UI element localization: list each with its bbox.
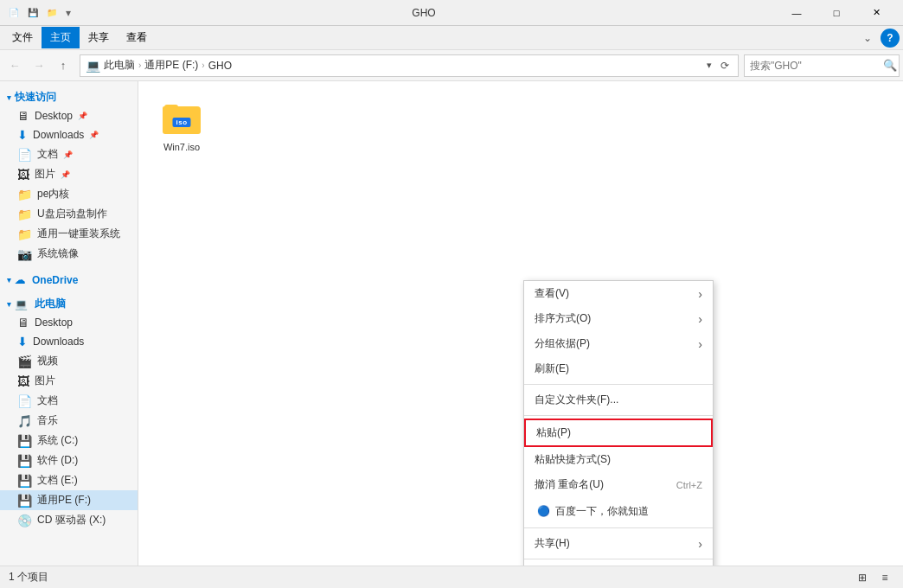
thispc-text: 此电脑 (35, 297, 66, 311)
ctx-sep-3 (524, 527, 713, 528)
drive-x-icon: 💿 (17, 514, 32, 527)
pin-icon-3: 📌 (63, 150, 73, 159)
menu-bar: 文件 主页 共享 查看 ⌄ ? (0, 26, 903, 50)
search-input[interactable] (750, 60, 880, 72)
undo-shortcut: Ctrl+Z (676, 480, 702, 490)
sidebar-item-music[interactable]: 🎵 音乐 (0, 411, 138, 431)
sidebar-item-downloads-pc[interactable]: ⬇ Downloads (0, 332, 138, 351)
ctx-refresh[interactable]: 刷新(E) (524, 356, 713, 381)
breadcrumb-drive[interactable]: 通用PE (F:) (144, 58, 198, 73)
thispc-arrow: ▾ (7, 300, 11, 309)
item-count: 1 个项目 (9, 570, 48, 585)
status-bar: 1 个项目 ⊞ ≡ (0, 566, 903, 588)
pin-icon-4: 📌 (61, 170, 70, 179)
ctx-sep-4 (524, 559, 713, 559)
breadcrumb-pc[interactable]: 此电脑 (104, 58, 135, 73)
ctx-undo-rename[interactable]: 撤消 重命名(U) Ctrl+Z (524, 472, 713, 497)
sidebar-item-pics-quick[interactable]: 🖼 图片 📌 (0, 164, 138, 184)
menu-view[interactable]: 查看 (118, 27, 156, 48)
address-dropdown[interactable]: ▾ (703, 60, 715, 72)
sidebar-quickaccess-label[interactable]: ▾ 快速访问 (0, 85, 138, 106)
ctx-sep-1 (524, 384, 713, 385)
content-area[interactable]: iso Win7.iso 查看(V) 排序方式(O) 分组依据(P) 刷新(E)… (138, 81, 903, 566)
sidebar-item-desktop-pc[interactable]: 🖥 Desktop (0, 313, 138, 332)
ctx-paste-shortcut[interactable]: 粘贴快捷方式(S) (524, 447, 713, 472)
ctx-share[interactable]: 共享(H) (524, 531, 713, 556)
forward-button[interactable]: → (28, 54, 50, 77)
menu-options[interactable]: ⌄ (858, 29, 877, 48)
address-bar[interactable]: 💻 此电脑 › 通用PE (F:) › GHO ▾ ⟳ (80, 54, 739, 77)
list-view-button[interactable]: ≡ (875, 568, 894, 587)
ctx-baidu[interactable]: 🔵 百度一下，你就知道 (524, 497, 713, 525)
sidebar-item-video[interactable]: 🎬 视频 (0, 351, 138, 371)
back-button[interactable]: ← (3, 54, 26, 77)
ctx-new[interactable]: 新建(W) (524, 562, 713, 566)
pc-icon: 💻 (86, 59, 100, 73)
grid-view-button[interactable]: ⊞ (853, 568, 872, 587)
ctx-group[interactable]: 分组依据(P) (524, 331, 713, 356)
sidebar-item-usb[interactable]: 📁 U盘启动盘制作 (0, 204, 138, 224)
ctx-view[interactable]: 查看(V) (524, 281, 713, 306)
onedrive-text: OneDrive (32, 274, 78, 286)
help-button[interactable]: ? (881, 29, 900, 48)
ctx-customize[interactable]: 自定义文件夹(F)... (524, 387, 713, 412)
sidebar-thispc-label[interactable]: ▾ 💻 此电脑 (0, 291, 138, 313)
minimize-button[interactable]: — (777, 0, 817, 26)
sidebar-item-docs-pc[interactable]: 📄 文档 (0, 391, 138, 411)
sidebar-item-sysimage[interactable]: 📷 系统镜像 (0, 244, 138, 264)
baidu-icon: 🔵 (535, 502, 552, 520)
sidebar-item-drive-e[interactable]: 💾 文档 (E:) (0, 470, 138, 490)
quickaccess-text: 快速访问 (15, 90, 56, 105)
sidebar-item-drive-d[interactable]: 💾 软件 (D:) (0, 451, 138, 470)
view-controls: ⊞ ≡ (853, 568, 894, 587)
ctx-paste[interactable]: 粘贴(P) (524, 419, 713, 447)
downloads-pc-icon: ⬇ (17, 335, 28, 348)
drive-c-icon: 💾 (17, 434, 32, 448)
close-button[interactable]: ✕ (856, 0, 896, 26)
pe-folder-icon: 📁 (17, 188, 32, 201)
sidebar-onedrive-label[interactable]: ▾ ☁ OneDrive (0, 269, 138, 288)
downloads-icon: ⬇ (17, 128, 28, 142)
up-button[interactable]: ↑ (52, 54, 74, 77)
pics-icon: 🖼 (17, 168, 29, 182)
maximize-button[interactable]: □ (817, 0, 856, 26)
docs-icon: 📄 (17, 148, 32, 162)
sidebar-item-drive-f[interactable]: 💾 通用PE (F:) (0, 490, 138, 510)
file-name: Win7.iso (163, 142, 200, 152)
title-bar: 📄 💾 📁 ▾ GHO — □ ✕ (0, 0, 903, 26)
drive-e-icon: 💾 (17, 474, 32, 488)
sidebar-item-pics-pc[interactable]: 🖼 图片 (0, 371, 138, 391)
menu-file[interactable]: 文件 (3, 27, 42, 48)
sidebar-item-docs-quick[interactable]: 📄 文档 📌 (0, 144, 138, 164)
desktop-icon: 🖥 (17, 109, 29, 123)
window-controls: — □ ✕ (777, 0, 896, 26)
sidebar-item-downloads-quick[interactable]: ⬇ Downloads 📌 (0, 125, 138, 144)
menu-share[interactable]: 共享 (80, 27, 118, 48)
menu-home[interactable]: 主页 (42, 27, 80, 48)
save-icon: 💾 (26, 6, 40, 20)
pics-pc-icon: 🖼 (17, 374, 29, 388)
title-bar-icons: 📄 💾 📁 ▾ (7, 6, 71, 20)
ctx-sort[interactable]: 排序方式(O) (524, 306, 713, 331)
pin-icon: 📌 (78, 112, 87, 120)
sidebar-item-reinstall[interactable]: 📁 通用一键重装系统 (0, 224, 138, 244)
computer-icon: 💻 (15, 298, 28, 310)
folder-icon: 📁 (45, 6, 59, 20)
breadcrumb-folder[interactable]: GHO (208, 60, 232, 72)
file-win7iso[interactable]: iso Win7.iso (147, 90, 216, 159)
breadcrumb: 💻 此电脑 › 通用PE (F:) › GHO (86, 58, 232, 73)
sidebar-item-pe[interactable]: 📁 pe内核 (0, 184, 138, 204)
toolbar: ← → ↑ 💻 此电脑 › 通用PE (F:) › GHO ▾ ⟳ 🔍 (0, 50, 903, 81)
music-icon: 🎵 (17, 414, 32, 428)
search-icon[interactable]: 🔍 (883, 59, 897, 72)
drive-f-icon: 💾 (17, 494, 32, 508)
pin-icon-2: 📌 (89, 131, 99, 139)
search-box[interactable]: 🔍 (744, 54, 900, 77)
sidebar-item-drive-x[interactable]: 💿 CD 驱动器 (X:) (0, 510, 138, 530)
usb-folder-icon: 📁 (17, 208, 32, 221)
refresh-button[interactable]: ⟳ (717, 60, 733, 72)
sidebar-item-desktop-quick[interactable]: 🖥 Desktop 📌 (0, 106, 138, 125)
sysimage-icon: 📷 (17, 247, 32, 261)
main-layout: ▾ 快速访问 🖥 Desktop 📌 ⬇ Downloads 📌 📄 文档 📌 … (0, 81, 903, 566)
sidebar-item-drive-c[interactable]: 💾 系统 (C:) (0, 431, 138, 451)
